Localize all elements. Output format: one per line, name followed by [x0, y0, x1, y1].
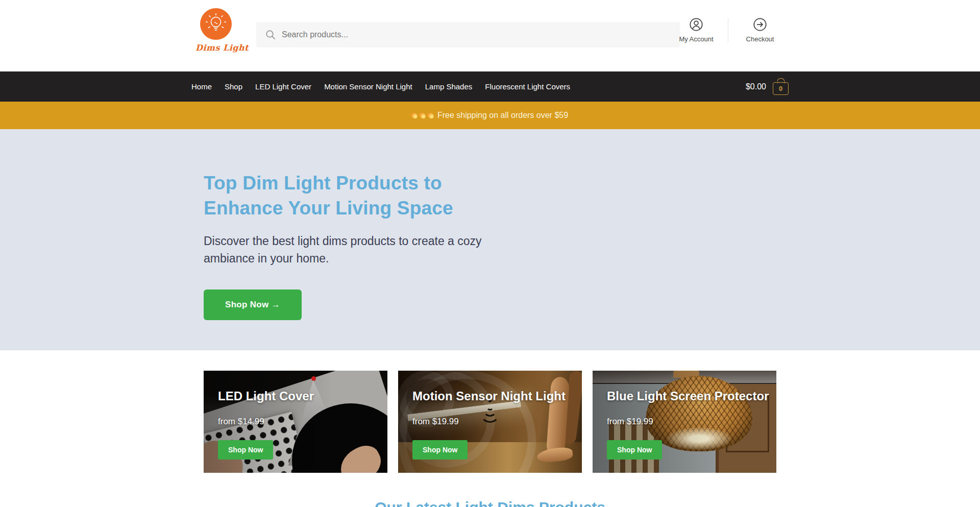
featured-products-row: LED Light Cover from $14.99 Shop Now Mot…	[204, 371, 776, 473]
header-divider	[728, 18, 728, 42]
brand-name: Dims Light	[195, 43, 236, 53]
basket-icon: 0	[773, 82, 789, 95]
search-form	[256, 22, 680, 47]
nav-item-shop[interactable]: Shop	[225, 82, 242, 91]
product-title: LED Light Cover	[218, 389, 314, 403]
product-title: Blue Light Screen Protector	[607, 389, 769, 403]
main-nav: Home Shop LED Light Cover Motion Sensor …	[0, 71, 980, 102]
nav-item-lamp-shades[interactable]: Lamp Shades	[425, 82, 473, 91]
nav-item-home[interactable]: Home	[191, 82, 212, 91]
product-price: from $14.99	[218, 417, 264, 427]
site-logo[interactable]: Dims Light	[195, 8, 236, 53]
search-icon	[265, 30, 276, 40]
flame-icon	[410, 111, 419, 119]
flame-icons	[412, 112, 433, 119]
user-circle-icon	[689, 17, 703, 32]
product-card-blue-light-screen-protector[interactable]: Blue Light Screen Protector from $19.99 …	[593, 371, 776, 473]
latest-products-heading: Our Latest Light Dims Products	[0, 499, 980, 507]
nav-item-motion-sensor-night-light[interactable]: Motion Sensor Night Light	[324, 82, 412, 91]
hero-title: Top Dim Light Products to Enhance Your L…	[204, 171, 500, 221]
checkout-label: Checkout	[746, 35, 774, 43]
shop-now-button[interactable]: Shop Now	[412, 440, 468, 460]
hero-subtitle: Discover the best light dims products to…	[204, 232, 530, 267]
product-price: from $19.99	[412, 417, 459, 427]
hero-section: Top Dim Light Products to Enhance Your L…	[0, 129, 980, 350]
product-price: from $19.99	[607, 417, 653, 427]
search-input[interactable]	[282, 30, 671, 39]
nav-item-led-light-cover[interactable]: LED Light Cover	[255, 82, 311, 91]
cart-widget[interactable]: $0.00 0	[746, 79, 789, 95]
hero-shop-now-button[interactable]: Shop Now →	[204, 289, 302, 320]
product-title: Motion Sensor Night Light	[412, 389, 566, 403]
arrow-right-circle-icon	[753, 17, 767, 32]
flame-icon	[419, 111, 427, 119]
product-card-led-light-cover[interactable]: LED Light Cover from $14.99 Shop Now	[204, 371, 387, 473]
cart-count-badge: 0	[779, 85, 782, 92]
nav-item-fluorescent-light-covers[interactable]: Fluorescent Light Covers	[485, 82, 570, 91]
flame-icon	[427, 111, 435, 119]
shop-now-button[interactable]: Shop Now	[218, 440, 273, 460]
shop-now-button[interactable]: Shop Now	[607, 440, 662, 460]
lightbulb-icon	[200, 8, 232, 40]
checkout-link[interactable]: Checkout	[731, 17, 789, 43]
my-account-label: My Account	[679, 35, 713, 43]
banner-text: Free shipping on all orders over $59	[437, 111, 568, 120]
my-account-link[interactable]: My Account	[668, 17, 725, 43]
free-shipping-banner: Free shipping on all orders over $59	[0, 102, 980, 129]
site-header: Dims Light My Account	[0, 0, 980, 71]
product-card-motion-sensor-night-light[interactable]: Motion Sensor Night Light from $19.99 Sh…	[398, 371, 582, 473]
cart-total: $0.00	[746, 82, 766, 91]
